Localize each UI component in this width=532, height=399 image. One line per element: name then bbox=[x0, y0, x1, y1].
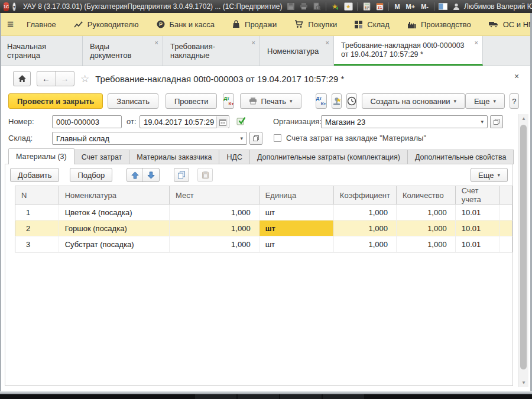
add-to-favorites-icon[interactable]: ★ bbox=[330, 2, 340, 11]
tab-close-icon[interactable]: × bbox=[326, 40, 329, 46]
hamburger-icon[interactable]: ≡ bbox=[7, 18, 14, 31]
combo-arrow-icon[interactable]: ▾ bbox=[477, 119, 484, 125]
post-and-close-button[interactable]: Провести и закрыть bbox=[8, 93, 103, 109]
table-row-selected[interactable]: 2 Горшок (посадка) 1,000 шт 1,000 1,000 … bbox=[15, 220, 512, 236]
organization-open-button[interactable] bbox=[490, 115, 503, 128]
section-tab-vat[interactable]: НДС bbox=[219, 150, 250, 164]
back-icon[interactable]: ← bbox=[37, 72, 56, 86]
copy-icon bbox=[177, 171, 186, 179]
more-button[interactable]: Еще ▾ bbox=[465, 93, 505, 109]
favorite-star-icon[interactable]: ☆ bbox=[80, 73, 89, 85]
move-down-button[interactable] bbox=[143, 168, 159, 181]
section-tab-additional-costs[interactable]: Дополнительные затраты (комплектация) bbox=[249, 150, 408, 164]
table-row[interactable]: 1 Цветок 4 (посадка) 1,000 шт 1,000 1,00… bbox=[15, 205, 512, 220]
timeline-button[interactable] bbox=[346, 93, 357, 109]
taskbar[interactable] bbox=[0, 394, 532, 399]
scroll-down-icon[interactable]: ▼ bbox=[518, 380, 529, 385]
app-logo-icon[interactable]: 1С bbox=[4, 2, 9, 11]
grid-icon bbox=[355, 21, 362, 28]
selected-cell[interactable]: шт bbox=[259, 220, 333, 236]
menu-item-bank-cash[interactable]: Р Банк и касса bbox=[157, 20, 215, 29]
print-preview-icon[interactable] bbox=[312, 2, 322, 11]
tab-nomenclature[interactable]: Номенклатура × bbox=[260, 36, 334, 66]
cost-accounts-checkbox[interactable] bbox=[274, 134, 281, 142]
vertical-scrollbar[interactable]: ▲ ▼ bbox=[518, 114, 528, 387]
section-tab-materials[interactable]: Материалы (3) bbox=[8, 148, 74, 164]
pick-button[interactable]: Подбор bbox=[70, 168, 112, 182]
help-button[interactable]: ? bbox=[510, 93, 519, 109]
menu-item-manager[interactable]: Руководителю bbox=[74, 20, 139, 29]
memory-m-button[interactable]: M bbox=[392, 3, 401, 10]
col-coefficient[interactable]: Коэффициент bbox=[333, 186, 396, 205]
close-form-icon[interactable]: × bbox=[514, 72, 519, 81]
tab-requirement-invoice-document[interactable]: Требование-накладная 00t0-000003 от 19.0… bbox=[334, 36, 483, 66]
add-row-button[interactable]: Добавить bbox=[10, 168, 59, 182]
stamp-button[interactable] bbox=[332, 93, 342, 109]
user-icon bbox=[451, 2, 462, 11]
number-input[interactable]: 00t0-000003 bbox=[52, 115, 122, 128]
col-places[interactable]: Мест bbox=[169, 186, 259, 205]
warehouse-open-button[interactable] bbox=[249, 132, 262, 145]
menu-item-warehouse[interactable]: Склад bbox=[355, 20, 390, 29]
grid-more-button[interactable]: Еще ▾ bbox=[471, 168, 508, 182]
scroll-up-icon[interactable]: ▲ bbox=[518, 116, 529, 121]
copy-row-button[interactable] bbox=[174, 168, 189, 182]
table-row[interactable]: 3 Субстрат (посадка) 1,000 шт 1,000 1,00… bbox=[15, 236, 512, 252]
paste-row-button[interactable] bbox=[197, 168, 213, 182]
paste-icon bbox=[202, 171, 209, 179]
tab-document-kinds[interactable]: Виды документов × bbox=[83, 36, 163, 66]
menu-item-fixed-assets[interactable]: ОС и НМА bbox=[489, 20, 532, 29]
tab-requirement-invoices[interactable]: Требования-накладные × bbox=[163, 36, 260, 66]
move-up-button[interactable] bbox=[127, 168, 143, 181]
warehouse-combo[interactable]: Главный склад ▾ bbox=[52, 132, 247, 145]
open-icon bbox=[493, 118, 500, 125]
section-tab-cost-account[interactable]: Счет затрат bbox=[74, 150, 130, 164]
menu-item-purchases[interactable]: Покупки bbox=[294, 20, 337, 29]
save-button[interactable]: Записать bbox=[108, 93, 158, 109]
section-tab-additional-properties[interactable]: Дополнительные свойства bbox=[407, 150, 514, 164]
show-postings-button[interactable]: ДтКт bbox=[223, 93, 234, 109]
home-button[interactable] bbox=[13, 71, 31, 86]
tab-close-icon[interactable]: × bbox=[475, 40, 478, 46]
scrollbar-thumb[interactable] bbox=[520, 125, 527, 369]
history-nav: ← → bbox=[37, 71, 74, 86]
memory-m-minus-button[interactable]: M- bbox=[419, 3, 430, 10]
section-tab-customer-materials[interactable]: Материалы заказчика bbox=[129, 150, 219, 164]
arrow-down-icon bbox=[147, 171, 155, 179]
organization-label: Организация: bbox=[273, 115, 322, 128]
col-nomenclature[interactable]: Номенклатура bbox=[59, 186, 169, 205]
col-unit[interactable]: Единица bbox=[259, 186, 333, 205]
postings-report-button[interactable]: ДтКт bbox=[316, 93, 327, 109]
tab-close-icon[interactable]: × bbox=[252, 40, 255, 46]
calendar-icon[interactable]: 31 bbox=[374, 2, 385, 11]
col-quantity[interactable]: Количество bbox=[397, 186, 456, 205]
forward-icon[interactable]: → bbox=[56, 72, 74, 86]
memory-m-plus-button[interactable]: M+ bbox=[404, 3, 417, 10]
split-window-icon[interactable] bbox=[438, 2, 449, 11]
create-on-basis-button[interactable]: Создать на основании ▾ bbox=[362, 93, 465, 109]
print-button[interactable]: Печать ▾ bbox=[240, 93, 301, 109]
dtkt-blue-icon: ДтКт bbox=[316, 96, 326, 106]
col-n[interactable]: N bbox=[15, 186, 59, 205]
print-icon[interactable] bbox=[299, 2, 309, 11]
system-menu-icon[interactable]: ▾ bbox=[12, 2, 16, 11]
date-input[interactable]: 19.04.2017 10:57:29 bbox=[140, 115, 229, 128]
post-button[interactable]: Провести bbox=[166, 93, 218, 109]
col-account[interactable]: Счет учета bbox=[455, 186, 499, 205]
favorites-list-icon[interactable]: ★ bbox=[343, 2, 353, 11]
menu-item-sales[interactable]: Продажи bbox=[232, 20, 277, 29]
save-icon[interactable] bbox=[286, 2, 296, 11]
combo-arrow-icon[interactable]: ▾ bbox=[236, 135, 243, 141]
current-user-name[interactable]: Любимов Валерий Юрьевич bbox=[464, 2, 532, 11]
organization-combo[interactable]: Магазин 23 ▾ bbox=[321, 115, 488, 128]
tab-home[interactable]: Начальная страница bbox=[0, 36, 83, 66]
window-titlebar: 1С ▾ УАУ 8 (3.17.03.01) (БухгалтерияПред… bbox=[0, 0, 532, 13]
tab-close-icon[interactable]: × bbox=[155, 40, 158, 46]
move-row-buttons bbox=[126, 168, 160, 182]
table-header-row: N Номенклатура Мест Единица Коэффициент … bbox=[15, 186, 512, 205]
factory-icon bbox=[407, 21, 416, 28]
menu-item-production[interactable]: Производство bbox=[407, 20, 471, 29]
calendar-picker-button[interactable] bbox=[216, 116, 228, 128]
calculator-icon[interactable] bbox=[361, 2, 372, 11]
menu-item-main[interactable]: Главное bbox=[27, 20, 56, 29]
